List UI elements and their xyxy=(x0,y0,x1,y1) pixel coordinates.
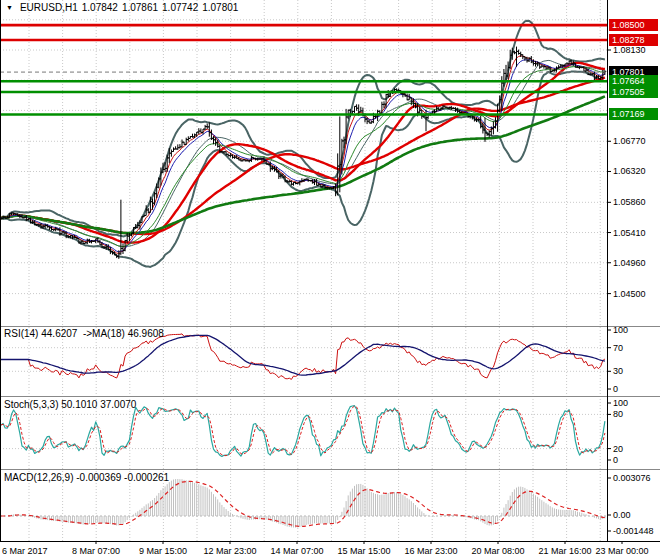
stoch-tick: 0 xyxy=(613,455,618,465)
stoch-tick: 20 xyxy=(613,444,623,454)
price-tick: 1.05410 xyxy=(613,228,646,238)
rsi-panel-label: RSI(14) 44.6207 ->MA(18) 46.9608 xyxy=(4,328,164,339)
macd-tick: 0.003076 xyxy=(613,473,651,483)
quote-open: 1.07842 xyxy=(82,2,118,13)
price-tick: 1.04960 xyxy=(613,258,646,268)
macd-panel-label: MACD(12,26,9) -0.000369 -0.000261 xyxy=(4,472,169,483)
time-tick: 20 Mar 08:00 xyxy=(471,546,524,556)
resistance-price-badge: 1.08500 xyxy=(609,19,658,31)
stoch-tick: 100 xyxy=(613,398,628,408)
time-tick: 16 Mar 23:00 xyxy=(404,546,457,556)
quote-low: 1.07742 xyxy=(162,2,198,13)
time-tick: 15 Mar 15:00 xyxy=(337,546,390,556)
symbol-dropdown-icon[interactable]: ▼ xyxy=(6,4,13,11)
symbol-period-label: EURUSD,H1 xyxy=(20,2,78,13)
support-price-badge: 1.07505 xyxy=(609,86,658,98)
time-tick: 23 Mar 00:00 xyxy=(595,546,648,556)
resistance-price-badge: 1.08278 xyxy=(609,34,658,46)
chart-header: ▼EURUSD,H11.078421.078611.077421.07801 xyxy=(6,2,238,13)
quote-high: 1.07861 xyxy=(122,2,158,13)
rsi-tick: 30 xyxy=(613,366,623,376)
time-tick: 9 Mar 15:00 xyxy=(139,546,187,556)
time-tick: 14 Mar 07:00 xyxy=(270,546,323,556)
stoch-panel-label: Stoch(5,3,3) 50.1010 37.0070 xyxy=(4,399,136,410)
price-tick: 1.06320 xyxy=(613,166,646,176)
price-tick: 1.04500 xyxy=(613,289,646,299)
quote-close: 1.07801 xyxy=(202,2,238,13)
rsi-tick: 100 xyxy=(613,325,628,335)
time-tick: 21 Mar 16:00 xyxy=(538,546,591,556)
stoch-tick: 80 xyxy=(613,409,623,419)
time-tick: 6 Mar 2017 xyxy=(2,546,48,556)
time-tick: 12 Mar 23:00 xyxy=(203,546,256,556)
trading-chart-window: ▼EURUSD,H11.078421.078611.077421.07801 R… xyxy=(0,0,660,560)
price-tick: 1.05860 xyxy=(613,197,646,207)
macd-tick: 0.00 xyxy=(613,510,631,520)
rsi-tick: 70 xyxy=(613,343,623,353)
price-tick: 1.08130 xyxy=(613,45,646,55)
macd-tick: -0.001448 xyxy=(613,526,654,536)
support-price-badge: 1.07169 xyxy=(609,108,658,120)
rsi-tick: 0 xyxy=(613,384,618,394)
price-tick: 1.06770 xyxy=(613,136,646,146)
time-tick: 8 Mar 07:00 xyxy=(72,546,120,556)
